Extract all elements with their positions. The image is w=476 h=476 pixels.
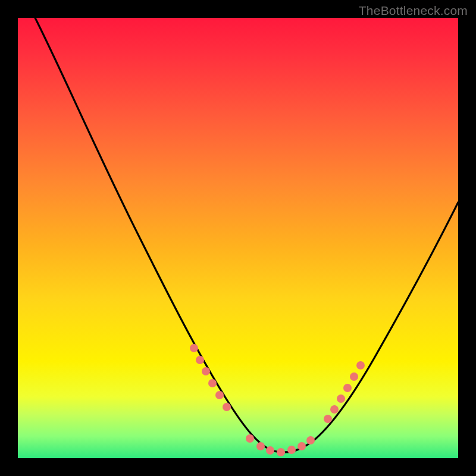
curve-path	[33, 13, 458, 452]
svg-point-5	[223, 403, 231, 411]
svg-point-2	[202, 367, 210, 375]
svg-point-3	[208, 379, 217, 387]
svg-point-1	[196, 356, 204, 364]
highlight-dots	[190, 344, 365, 456]
svg-point-15	[337, 394, 345, 403]
svg-point-8	[266, 446, 274, 455]
svg-point-12	[306, 436, 315, 444]
svg-point-4	[215, 391, 224, 399]
svg-point-16	[343, 384, 352, 392]
svg-point-9	[277, 448, 285, 456]
svg-point-11	[298, 442, 306, 450]
svg-point-14	[330, 405, 339, 414]
svg-point-13	[324, 415, 332, 423]
svg-point-18	[356, 361, 365, 369]
chart-stage: TheBottleneck.com	[0, 0, 476, 476]
svg-point-10	[287, 446, 296, 454]
watermark-label: TheBottleneck.com	[359, 4, 468, 18]
svg-point-7	[256, 442, 265, 450]
bottleneck-curve	[18, 18, 458, 458]
svg-point-6	[246, 434, 254, 443]
plot-area	[18, 18, 458, 458]
svg-point-17	[350, 372, 358, 381]
svg-point-0	[190, 344, 198, 352]
